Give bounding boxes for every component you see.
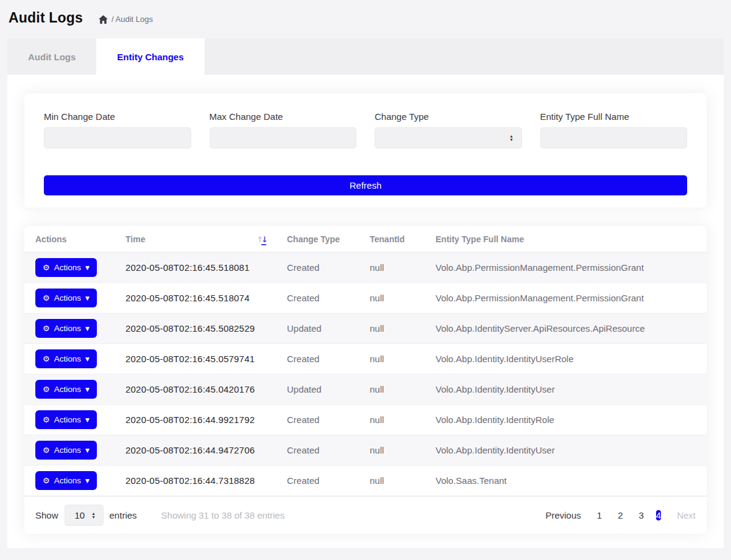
cell-entity-type: Volo.Abp.PermissionManagement.Permission…	[426, 283, 707, 313]
gear-icon: ⚙	[43, 476, 50, 485]
tab-strip: Audit Logs Entity Changes	[7, 38, 724, 75]
table-row: ⚙ Actions ▼ 2020-05-08T02:16:45.5082529 …	[24, 313, 707, 344]
table-row: ⚙ Actions ▼ 2020-05-08T02:16:45.0579741 …	[24, 344, 707, 374]
cell-time: 2020-05-08T02:16:45.518081	[116, 253, 277, 283]
caret-down-icon: ▼	[85, 387, 90, 393]
page-header: Audit Logs / Audit Logs	[0, 0, 731, 32]
row-actions-button[interactable]: ⚙ Actions ▼	[35, 410, 97, 429]
table-row: ⚙ Actions ▼ 2020-05-08T02:16:45.0420176 …	[24, 374, 707, 405]
header-actions: Actions	[24, 226, 116, 253]
page-size-select[interactable]: 10 ▴▾	[65, 505, 104, 526]
cell-time: 2020-05-08T02:16:44.9472706	[116, 435, 277, 466]
caret-down-icon: ▼	[85, 447, 90, 453]
cell-entity-type: Volo.Saas.Tenant	[426, 466, 707, 496]
refresh-button[interactable]: Refresh	[44, 175, 687, 195]
caret-down-icon: ▼	[85, 356, 90, 362]
cell-time: 2020-05-08T02:16:45.0420176	[116, 374, 277, 405]
gear-icon: ⚙	[43, 324, 50, 333]
row-actions-button[interactable]: ⚙ Actions ▼	[35, 441, 97, 460]
caret-down-icon: ▼	[85, 295, 90, 301]
pagination-page-2[interactable]: 2	[618, 510, 623, 520]
max-change-date-input[interactable]	[210, 127, 357, 149]
filter-field-change-type: Change Type ▴▾	[375, 111, 522, 149]
pagination-page-1[interactable]: 1	[597, 510, 602, 520]
cell-tenant-id: null	[360, 466, 426, 496]
pagination-page-3[interactable]: 3	[638, 510, 643, 520]
cell-tenant-id: null	[360, 253, 426, 283]
select-updown-icon: ▴▾	[93, 512, 95, 519]
header-tenant-id: TenantId	[360, 226, 426, 253]
cell-change-type: Updated	[277, 313, 360, 344]
entity-changes-table: Actions Time ↑↓ Change Type TenantId Ent…	[24, 226, 707, 496]
filter-field-max-change-date: Max Change Date	[210, 111, 357, 149]
cell-change-type: Created	[277, 283, 360, 313]
cell-entity-type: Volo.Abp.Identity.IdentityUserRole	[426, 344, 707, 374]
change-type-select[interactable]: ▴▾	[375, 127, 522, 149]
tab-audit-logs[interactable]: Audit Logs	[7, 38, 96, 75]
select-updown-icon: ▴▾	[510, 135, 512, 142]
gear-icon: ⚙	[43, 293, 50, 303]
page-size-value: 10	[75, 510, 85, 520]
header-time[interactable]: Time ↑↓	[116, 226, 277, 253]
entity-type-input[interactable]	[540, 127, 688, 149]
pagination-page-4[interactable]: 4	[656, 510, 661, 520]
caret-down-icon: ▼	[85, 265, 90, 271]
cell-time: 2020-05-08T02:16:45.5082529	[116, 313, 277, 344]
showing-text: Showing 31 to 38 of 38 entries	[161, 510, 285, 520]
gear-icon: ⚙	[43, 263, 50, 272]
cell-change-type: Updated	[277, 374, 360, 405]
breadcrumb: / Audit Logs	[99, 15, 153, 24]
caret-down-icon: ▼	[85, 417, 90, 423]
home-icon[interactable]	[99, 15, 111, 24]
cell-time: 2020-05-08T02:16:45.0579741	[116, 344, 277, 374]
row-actions-button[interactable]: ⚙ Actions ▼	[35, 380, 97, 399]
cell-time: 2020-05-08T02:16:44.9921792	[116, 405, 277, 435]
content-panel: Min Change Date Max Change Date Change T…	[7, 75, 724, 548]
entries-label: entries	[110, 510, 137, 520]
change-type-label: Change Type	[375, 111, 522, 122]
filter-card: Min Change Date Max Change Date Change T…	[24, 93, 707, 208]
table-row: ⚙ Actions ▼ 2020-05-08T02:16:44.9921792 …	[24, 405, 707, 435]
pagination: Previous 1234 Next	[545, 506, 696, 525]
filter-field-min-change-date: Min Change Date	[44, 111, 191, 149]
cell-time: 2020-05-08T02:16:45.518074	[116, 283, 277, 313]
min-change-date-input[interactable]	[44, 127, 191, 149]
table-row: ⚙ Actions ▼ 2020-05-08T02:16:45.518081 C…	[24, 253, 707, 283]
caret-down-icon: ▼	[85, 326, 90, 332]
cell-tenant-id: null	[360, 344, 426, 374]
table-row: ⚙ Actions ▼ 2020-05-08T02:16:45.518074 C…	[24, 283, 707, 313]
entity-type-label: Entity Type Full Name	[540, 111, 688, 122]
cell-entity-type: Volo.Abp.IdentityServer.ApiResources.Api…	[426, 313, 707, 344]
header-change-type: Change Type	[277, 226, 360, 253]
page-title: Audit Logs	[9, 10, 83, 26]
cell-change-type: Created	[277, 405, 360, 435]
cell-entity-type: Volo.Abp.Identity.IdentityUser	[426, 435, 707, 466]
pagination-next[interactable]: Next	[677, 510, 696, 520]
caret-down-icon: ▼	[85, 478, 90, 484]
cell-entity-type: Volo.Abp.PermissionManagement.Permission…	[426, 253, 707, 283]
tab-entity-changes[interactable]: Entity Changes	[96, 38, 204, 75]
table-row: ⚙ Actions ▼ 2020-05-08T02:16:44.7318828 …	[24, 466, 707, 496]
row-actions-button[interactable]: ⚙ Actions ▼	[35, 289, 97, 307]
cell-tenant-id: null	[360, 405, 426, 435]
show-label: Show	[35, 510, 58, 520]
table-header-row: Actions Time ↑↓ Change Type TenantId Ent…	[24, 226, 707, 253]
cell-change-type: Created	[277, 253, 360, 283]
cell-change-type: Created	[277, 466, 360, 496]
pagination-previous[interactable]: Previous	[545, 510, 581, 520]
min-change-date-label: Min Change Date	[44, 111, 191, 122]
breadcrumb-path: / Audit Logs	[111, 15, 153, 24]
sort-icon[interactable]: ↑↓	[256, 235, 266, 244]
cell-tenant-id: null	[360, 435, 426, 466]
cell-entity-type: Volo.Abp.Identity.IdentityRole	[426, 405, 707, 435]
cell-time: 2020-05-08T02:16:44.7318828	[116, 466, 277, 496]
cell-tenant-id: null	[360, 283, 426, 313]
table-card: Actions Time ↑↓ Change Type TenantId Ent…	[24, 226, 707, 534]
cell-tenant-id: null	[360, 313, 426, 344]
row-actions-button[interactable]: ⚙ Actions ▼	[35, 258, 97, 277]
gear-icon: ⚙	[43, 446, 50, 455]
row-actions-button[interactable]: ⚙ Actions ▼	[35, 319, 97, 338]
max-change-date-label: Max Change Date	[210, 111, 357, 122]
row-actions-button[interactable]: ⚙ Actions ▼	[35, 349, 97, 368]
row-actions-button[interactable]: ⚙ Actions ▼	[35, 471, 97, 490]
